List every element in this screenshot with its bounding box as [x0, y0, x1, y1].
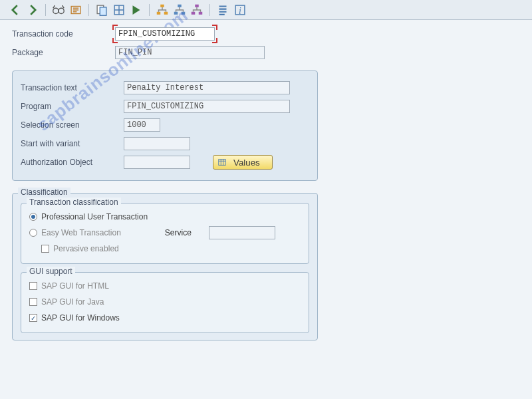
svg-text:i: i — [239, 5, 241, 15]
gui-win-row[interactable]: ✓ SAP GUI for Windows — [29, 310, 301, 326]
easy-web-radio-row[interactable]: Easy Web Transaction Service — [29, 225, 301, 241]
service-field[interactable] — [209, 226, 275, 239]
svg-rect-17 — [219, 160, 226, 166]
svg-rect-8 — [164, 11, 168, 14]
program-field[interactable] — [124, 100, 290, 113]
transaction-classification-group: Transaction classification Professional … — [21, 203, 309, 264]
tcode-field[interactable] — [115, 27, 215, 41]
separator — [88, 4, 89, 16]
hierarchy3-icon[interactable] — [190, 3, 204, 17]
pervasive-label: Pervasive enabled — [53, 244, 119, 253]
checkbox-checked-icon: ✓ — [29, 314, 37, 322]
svg-rect-10 — [174, 11, 178, 14]
gui-html-label: SAP GUI for HTML — [41, 281, 109, 291]
create-icon[interactable] — [94, 3, 109, 17]
values-button-label: Values — [233, 158, 260, 168]
transaction-text-label: Transaction text — [21, 83, 124, 92]
classification-legend: Classification — [18, 188, 70, 197]
table-icon — [217, 158, 227, 167]
gui-java-label: SAP GUI for Java — [41, 297, 104, 307]
svg-point-1 — [59, 8, 64, 13]
variant-label: Start with variant — [21, 139, 124, 148]
checkbox-icon — [41, 245, 49, 253]
details-panel: Transaction text Program Selection scree… — [12, 70, 318, 181]
svg-rect-4 — [100, 7, 106, 15]
classification-group: Classification Transaction classificatio… — [12, 193, 318, 340]
pro-user-radio-row[interactable]: Professional User Transaction — [29, 209, 301, 225]
app-toolbar: i — [0, 0, 532, 20]
glasses-icon[interactable] — [51, 3, 66, 17]
transaction-text-field[interactable] — [124, 81, 290, 94]
tcode-field-wrap — [115, 27, 215, 41]
variant-field[interactable] — [124, 137, 190, 150]
separator — [209, 4, 210, 16]
display-icon[interactable] — [68, 3, 83, 17]
pervasive-check-row[interactable]: Pervasive enabled — [29, 241, 301, 257]
svg-rect-9 — [178, 4, 182, 7]
forward-icon[interactable] — [25, 3, 40, 17]
gui-win-label: SAP GUI for Windows — [41, 313, 120, 323]
radio-icon — [29, 229, 37, 237]
program-label: Program — [21, 102, 124, 111]
hierarchy2-icon[interactable] — [172, 3, 187, 17]
authobj-field[interactable] — [124, 156, 190, 169]
info-icon[interactable]: i — [233, 3, 247, 17]
svg-rect-13 — [192, 11, 196, 14]
svg-rect-6 — [160, 4, 164, 7]
change-icon[interactable] — [112, 3, 126, 17]
pro-user-label: Professional User Transaction — [41, 212, 148, 221]
easy-web-label: Easy Web Transaction — [41, 228, 121, 237]
svg-rect-14 — [199, 11, 203, 14]
svg-rect-12 — [195, 4, 199, 7]
radio-icon — [29, 213, 37, 221]
checkbox-icon — [29, 282, 37, 290]
gui-support-legend: GUI support — [27, 267, 75, 276]
package-label: Package — [12, 48, 115, 57]
transaction-classification-legend: Transaction classification — [27, 198, 121, 207]
main-content: Transaction code Package Transaction tex… — [0, 20, 532, 347]
separator — [45, 4, 46, 16]
checkbox-icon — [29, 298, 37, 306]
hierarchy1-icon[interactable] — [155, 3, 170, 17]
gui-java-row[interactable]: SAP GUI for Java — [29, 294, 301, 310]
selection-screen-field[interactable] — [124, 118, 160, 132]
back-icon[interactable] — [8, 3, 23, 17]
svg-rect-7 — [157, 11, 161, 14]
tcode-label: Transaction code — [12, 29, 115, 39]
execute-icon[interactable] — [129, 3, 144, 17]
svg-point-0 — [53, 8, 59, 13]
separator — [149, 4, 150, 16]
service-label: Service — [165, 228, 192, 237]
values-button[interactable]: Values — [213, 155, 273, 170]
package-field[interactable] — [115, 46, 265, 59]
svg-rect-11 — [182, 11, 186, 14]
selection-screen-label: Selection screen — [21, 120, 124, 130]
gui-html-row[interactable]: SAP GUI for HTML — [29, 278, 301, 294]
list-icon[interactable] — [215, 3, 230, 17]
authobj-label: Authorization Object — [21, 158, 124, 167]
gui-support-group: GUI support SAP GUI for HTML SAP GUI for… — [21, 272, 309, 333]
